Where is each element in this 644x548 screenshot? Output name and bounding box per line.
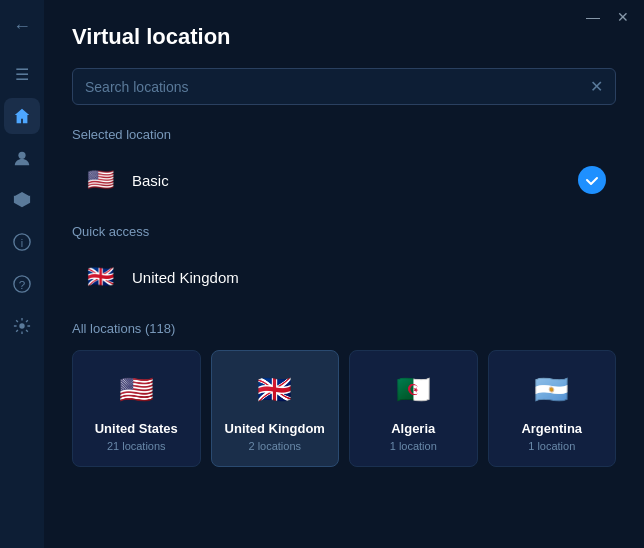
main-content: Virtual location ✕ Selected location 🇺🇸 … bbox=[44, 0, 644, 548]
quick-access-name: United Kingdom bbox=[132, 269, 239, 286]
svg-point-5 bbox=[19, 323, 24, 328]
location-name-ar: Argentina bbox=[521, 421, 582, 436]
sidebar-item-layers[interactable] bbox=[4, 182, 40, 218]
search-input[interactable] bbox=[85, 79, 590, 95]
page-title: Virtual location bbox=[72, 24, 616, 50]
svg-point-0 bbox=[18, 152, 25, 159]
sidebar: ← ☰ i ? bbox=[0, 0, 44, 548]
location-name-uk: United Kingdom bbox=[225, 421, 325, 436]
close-button[interactable]: ✕ bbox=[614, 8, 632, 26]
location-card-us[interactable]: 🇺🇸 United States 21 locations bbox=[72, 350, 201, 467]
location-card-ar[interactable]: 🇦🇷 Argentina 1 location bbox=[488, 350, 617, 467]
quick-access-item[interactable]: 🇬🇧 United Kingdom bbox=[72, 251, 616, 303]
main-window: — ✕ ← ☰ i bbox=[0, 0, 644, 548]
selected-location-label: Selected location bbox=[72, 127, 616, 142]
location-flag-uk: 🇬🇧 bbox=[253, 367, 297, 411]
location-name-us: United States bbox=[95, 421, 178, 436]
quick-access-flag: 🇬🇧 bbox=[82, 259, 118, 295]
svg-text:i: i bbox=[21, 237, 23, 249]
selected-location-name: Basic bbox=[132, 172, 169, 189]
location-card-uk[interactable]: 🇬🇧 United Kingdom 2 locations bbox=[211, 350, 340, 467]
search-bar[interactable]: ✕ bbox=[72, 68, 616, 105]
search-clear-icon[interactable]: ✕ bbox=[590, 77, 603, 96]
selected-location-item[interactable]: 🇺🇸 Basic bbox=[72, 154, 616, 206]
location-count-ar: 1 location bbox=[528, 440, 575, 452]
location-card-dz[interactable]: 🇩🇿 Algeria 1 location bbox=[349, 350, 478, 467]
svg-text:?: ? bbox=[19, 278, 26, 291]
location-count-us: 21 locations bbox=[107, 440, 166, 452]
selected-location-check bbox=[578, 166, 606, 194]
location-flag-us: 🇺🇸 bbox=[114, 367, 158, 411]
sidebar-item-user[interactable] bbox=[4, 140, 40, 176]
location-count-dz: 1 location bbox=[390, 440, 437, 452]
titlebar: — ✕ bbox=[572, 0, 644, 34]
selected-location-flag: 🇺🇸 bbox=[82, 162, 118, 198]
sidebar-item-menu[interactable]: ☰ bbox=[4, 56, 40, 92]
location-count-uk: 2 locations bbox=[248, 440, 301, 452]
sidebar-item-home[interactable] bbox=[4, 98, 40, 134]
location-flag-ar: 🇦🇷 bbox=[530, 367, 574, 411]
minimize-button[interactable]: — bbox=[584, 8, 602, 26]
sidebar-item-info[interactable]: i bbox=[4, 224, 40, 260]
sidebar-item-back[interactable]: ← bbox=[4, 8, 40, 44]
sidebar-item-settings[interactable] bbox=[4, 308, 40, 344]
all-locations-label: All locations (118) bbox=[72, 321, 616, 336]
quick-access-label: Quick access bbox=[72, 224, 616, 239]
sidebar-item-help[interactable]: ? bbox=[4, 266, 40, 302]
locations-grid: 🇺🇸 United States 21 locations 🇬🇧 United … bbox=[72, 350, 616, 467]
location-name-dz: Algeria bbox=[391, 421, 435, 436]
location-flag-dz: 🇩🇿 bbox=[391, 367, 435, 411]
